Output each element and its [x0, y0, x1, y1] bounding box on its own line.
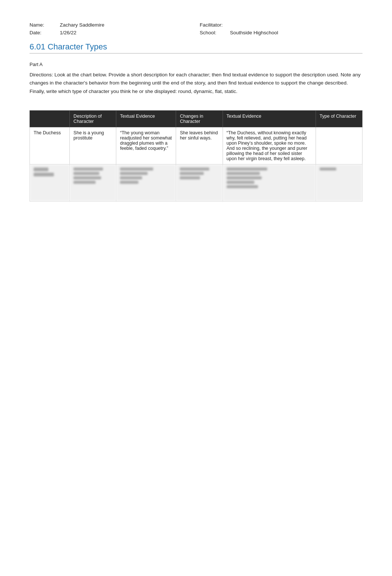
facilitator-label: Facilitator:: [200, 22, 226, 28]
facilitator-row: Facilitator:: [200, 22, 362, 28]
date-value: 1/26/22: [60, 30, 76, 35]
name-row: Name: Zachary Saddlemire: [30, 22, 192, 28]
header-textual-evidence-1: Textual Evidence: [116, 110, 176, 127]
page-title: 6.01 Character Types: [30, 42, 362, 52]
date-label: Date:: [30, 30, 55, 35]
school-label: School:: [200, 30, 226, 35]
cell-description: She is a young prostitute: [70, 127, 116, 164]
character-table: Description of Character Textual Evidenc…: [30, 110, 362, 201]
table-row-blurred: [30, 164, 362, 201]
school-row: School: Southside Highschool: [200, 30, 362, 35]
part-label: Part A: [30, 62, 362, 67]
character-table-wrapper: Description of Character Textual Evidenc…: [30, 110, 362, 201]
name-label: Name:: [30, 22, 55, 28]
school-value: Southside Highschool: [230, 30, 278, 35]
directions-label: Directions:: [30, 72, 53, 77]
header-description: Description of Character: [70, 110, 116, 127]
table-row-duchess: The Duchess She is a young prostitute “T…: [30, 127, 362, 164]
directions-body: Look at the chart below. Provide a short…: [30, 72, 361, 94]
cell-character-name: The Duchess: [30, 127, 70, 164]
blurred-col3: [116, 164, 176, 201]
header-type: Type of Character: [316, 110, 362, 127]
blurred-col4: [176, 164, 223, 201]
name-value: Zachary Saddlemire: [60, 22, 104, 28]
title-divider: [30, 53, 362, 54]
date-row: Date: 1/26/22: [30, 30, 192, 35]
directions-text: Directions: Look at the chart below. Pro…: [30, 71, 362, 96]
blurred-col5: [223, 164, 316, 201]
header-character: [30, 110, 70, 127]
table-header-row: Description of Character Textual Evidenc…: [30, 110, 362, 127]
blurred-col6: [316, 164, 362, 201]
cell-type: [316, 127, 362, 164]
cell-textual-evidence-1: “The young woman readjusted her somewhat…: [116, 127, 176, 164]
header-textual-evidence-2: Textual Evidence: [223, 110, 316, 127]
meta-section: Name: Zachary Saddlemire Date: 1/26/22 F…: [30, 22, 362, 35]
cell-textual-evidence-2: “The Duchess, without knowing exactly wh…: [223, 127, 316, 164]
blurred-col2: [70, 164, 116, 201]
blurred-col1: [30, 164, 70, 201]
cell-changes: She leaves behind her sinful ways.: [176, 127, 223, 164]
header-changes: Changes in Character: [176, 110, 223, 127]
